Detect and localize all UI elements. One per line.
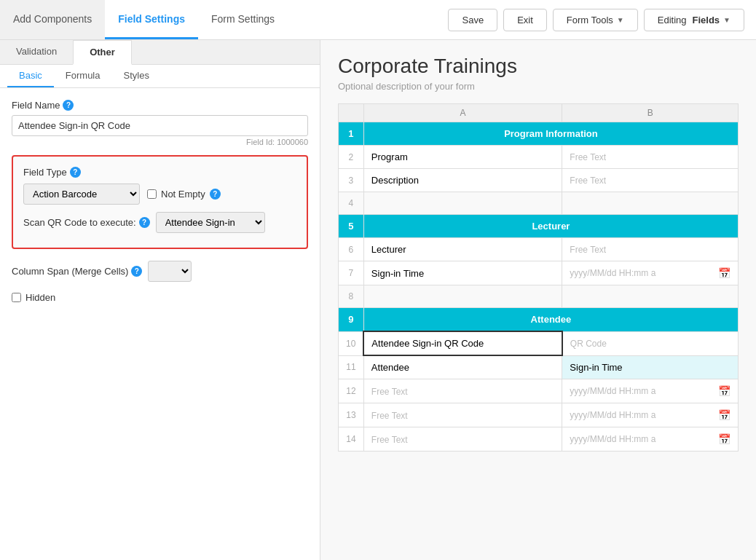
editing-fields-button[interactable]: Editing Fields ▼: [644, 9, 744, 31]
section-lecturer[interactable]: Lecturer: [363, 215, 738, 238]
table-row: 6 Lecturer Free Text: [339, 238, 739, 261]
tab-field-settings[interactable]: Field Settings: [105, 0, 198, 39]
left-panel-content: Field Name ? Field Id: 1000060 Field Typ…: [0, 88, 320, 315]
field-type-label-row: Field Type ?: [23, 167, 296, 178]
table-row: 7 Sign-in Time yyyy/MM/dd HH:mm a 📅: [339, 261, 739, 285]
cell-4b[interactable]: [562, 192, 739, 215]
placeholder-12b: yyyy/MM/dd HH:mm a: [570, 386, 655, 396]
top-bar: Add Components Field Settings Form Setti…: [0, 0, 756, 40]
column-span-label-text: Column Span (Merge Cells): [12, 266, 128, 277]
field-type-row: Action Barcode Text Number Date Not Empt…: [23, 184, 296, 205]
cell-4a[interactable]: [363, 192, 562, 215]
table-row: 9 Attendee: [339, 308, 739, 332]
placeholder-12a: Free Text: [371, 387, 408, 397]
form-tools-arrow-icon: ▼: [617, 16, 624, 24]
cell-6a[interactable]: Lecturer: [363, 238, 562, 261]
exit-button[interactable]: Exit: [503, 9, 547, 31]
form-table: A B 1 Program Information 2 Program Free…: [338, 103, 739, 451]
tab-add-components[interactable]: Add Components: [0, 0, 105, 39]
tab-form-settings[interactable]: Form Settings: [198, 0, 288, 39]
sub-tabs-row2: Basic Formula Styles: [0, 65, 320, 88]
cell-11a[interactable]: Attendee: [363, 355, 562, 379]
form-description: Optional description of your form: [338, 81, 739, 92]
cell-14b[interactable]: yyyy/MM/dd HH:mm a 📅: [562, 427, 739, 451]
save-button[interactable]: Save: [448, 9, 497, 31]
field-name-label: Field Name: [12, 100, 60, 111]
table-row: 8: [339, 285, 739, 308]
hidden-checkbox[interactable]: [12, 293, 21, 302]
cell-8a[interactable]: [363, 285, 562, 308]
row-num-header: [339, 104, 364, 122]
cell-10b[interactable]: QR Code: [562, 331, 739, 355]
field-type-select[interactable]: Action Barcode Text Number Date: [23, 184, 140, 205]
row-num-1: 1: [339, 122, 364, 146]
tab-validation[interactable]: Validation: [0, 40, 73, 64]
editing-label: Editing: [658, 15, 687, 25]
column-span-help-icon[interactable]: ?: [131, 266, 142, 277]
tab-basic[interactable]: Basic: [7, 65, 54, 87]
cell-12b[interactable]: yyyy/MM/dd HH:mm a 📅: [562, 379, 739, 403]
scan-help-icon[interactable]: ?: [139, 217, 150, 228]
placeholder-6b: Free Text: [570, 245, 606, 255]
section-program-info[interactable]: Program Information: [363, 122, 738, 146]
cell-13a[interactable]: Free Text: [363, 403, 562, 427]
field-type-help-icon[interactable]: ?: [70, 167, 81, 178]
cell-3b[interactable]: Free Text: [562, 169, 739, 192]
form-tools-button[interactable]: Form Tools ▼: [553, 9, 638, 31]
placeholder-13a: Free Text: [371, 411, 408, 421]
cell-14a[interactable]: Free Text: [363, 427, 562, 451]
right-panel: Corporate Trainings Optional description…: [320, 40, 756, 560]
cell-8b[interactable]: [562, 285, 739, 308]
row-num-13: 13: [339, 403, 364, 427]
scan-select[interactable]: Attendee Sign-in Other Action: [156, 212, 265, 233]
datetime-cell-13b: yyyy/MM/dd HH:mm a 📅: [570, 409, 731, 421]
datetime-cell-7b: yyyy/MM/dd HH:mm a 📅: [570, 267, 731, 279]
tab-formula[interactable]: Formula: [54, 65, 112, 87]
column-span-select[interactable]: 2 3: [148, 261, 192, 282]
table-row: 12 Free Text yyyy/MM/dd HH:mm a 📅: [339, 379, 739, 403]
calendar-icon-7b: 📅: [718, 267, 731, 279]
sub-tabs-row1: Validation Other: [0, 40, 320, 65]
not-empty-checkbox[interactable]: [147, 189, 157, 199]
scan-row: Scan QR Code to execute: ? Attendee Sign…: [23, 212, 296, 233]
placeholder-3b: Free Text: [570, 176, 606, 186]
cell-13b[interactable]: yyyy/MM/dd HH:mm a 📅: [562, 403, 739, 427]
tab-other[interactable]: Other: [73, 40, 132, 65]
row-num-2: 2: [339, 146, 364, 169]
field-id-text: Field Id: 1000060: [12, 138, 308, 146]
cell-7a[interactable]: Sign-in Time: [363, 261, 562, 285]
cell-6b[interactable]: Free Text: [562, 238, 739, 261]
row-num-12: 12: [339, 379, 364, 403]
hidden-row: Hidden: [12, 292, 308, 303]
hidden-label: Hidden: [25, 292, 55, 303]
table-row: 11 Attendee Sign-in Time: [339, 355, 739, 379]
left-panel: Validation Other Basic Formula Styles Fi…: [0, 40, 320, 560]
col-a-header: A: [363, 104, 562, 122]
table-row: 2 Program Free Text: [339, 146, 739, 169]
cell-11b[interactable]: Sign-in Time: [562, 355, 739, 379]
row-num-14: 14: [339, 427, 364, 451]
calendar-icon-12b: 📅: [718, 385, 731, 397]
placeholder-13b: yyyy/MM/dd HH:mm a: [570, 410, 655, 420]
section-attendee[interactable]: Attendee: [363, 308, 738, 332]
row-num-4: 4: [339, 192, 364, 215]
row-num-9: 9: [339, 308, 364, 332]
field-name-help-icon[interactable]: ?: [63, 100, 74, 111]
cell-12a[interactable]: Free Text: [363, 379, 562, 403]
cell-7b[interactable]: yyyy/MM/dd HH:mm a 📅: [562, 261, 739, 285]
table-row: 14 Free Text yyyy/MM/dd HH:mm a 📅: [339, 427, 739, 451]
row-num-10: 10: [339, 331, 364, 355]
placeholder-14b: yyyy/MM/dd HH:mm a: [570, 434, 655, 444]
form-title: Corporate Trainings: [338, 55, 739, 78]
table-row: 5 Lecturer: [339, 215, 739, 238]
table-row: 13 Free Text yyyy/MM/dd HH:mm a 📅: [339, 403, 739, 427]
not-empty-help-icon[interactable]: ?: [210, 189, 221, 200]
cell-10a[interactable]: Attendee Sign-in QR Code: [363, 331, 562, 355]
field-name-label-row: Field Name ?: [12, 100, 308, 111]
cell-3a[interactable]: Description: [363, 169, 562, 192]
field-name-input[interactable]: [12, 115, 308, 136]
tab-styles[interactable]: Styles: [111, 65, 160, 87]
cell-2b[interactable]: Free Text: [562, 146, 739, 169]
placeholder-10b: QR Code: [570, 339, 607, 349]
cell-2a[interactable]: Program: [363, 146, 562, 169]
